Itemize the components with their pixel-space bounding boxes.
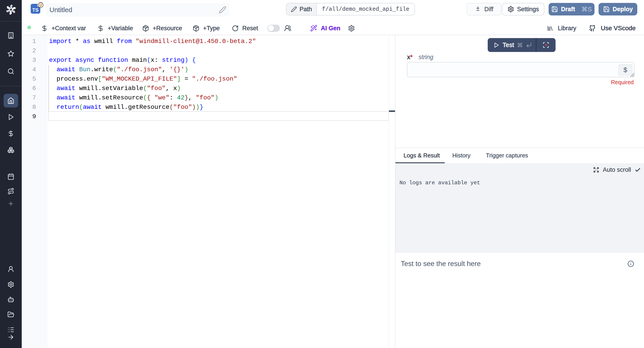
svg-text:TS: TS bbox=[32, 7, 38, 13]
